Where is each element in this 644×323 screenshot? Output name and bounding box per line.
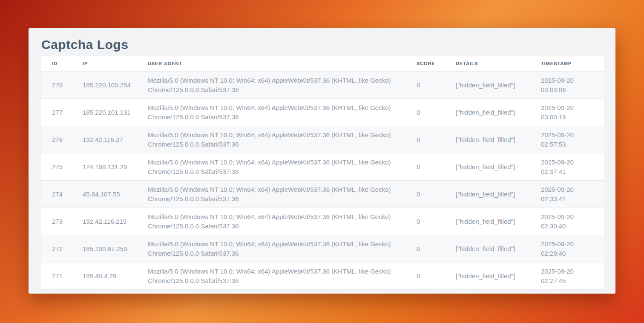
cell-score: 0 <box>406 235 445 262</box>
cell-user-agent: Mozilla/5.0 (Windows NT 10.0; Win64; x64… <box>137 235 406 262</box>
table-row: 274 45.84.107.55 Mozilla/5.0 (Windows NT… <box>41 181 604 208</box>
table-row: 277 185.220.101.131 Mozilla/5.0 (Windows… <box>41 99 604 126</box>
cell-score: 0 <box>406 181 445 208</box>
table-row: 272 185.100.87.250 Mozilla/5.0 (Windows … <box>41 235 604 262</box>
cell-details: ["hidden_field_filled"] <box>445 72 530 99</box>
cell-ip: 124.198.131.29 <box>72 153 137 181</box>
cell-id: 276 <box>41 126 72 153</box>
cell-ip: 192.42.116.27 <box>72 126 137 153</box>
cell-ip: 192.42.116.215 <box>72 208 137 235</box>
cell-timestamp: 2025-09-20 02:29:40 <box>530 235 604 262</box>
cell-ip: 185.40.4.29 <box>72 262 137 290</box>
cell-details: ["hidden_field_filled"] <box>445 126 530 153</box>
cell-id: 274 <box>41 181 72 208</box>
table-row: 276 192.42.116.27 Mozilla/5.0 (Windows N… <box>41 126 604 153</box>
cell-ip: 185.220.101.131 <box>72 99 137 126</box>
cell-timestamp: 2025-09-20 03:03:06 <box>530 72 604 99</box>
cell-score: 0 <box>406 208 445 235</box>
cell-details: ["hidden_field_filled"] <box>445 262 530 290</box>
cell-id: 277 <box>41 99 72 126</box>
cell-score: 0 <box>406 126 445 153</box>
cell-timestamp: 2025-09-20 02:33:41 <box>530 181 604 208</box>
column-header-details: DETAILS <box>445 56 530 72</box>
page-background: { "page": { "title": "Captcha Logs" }, "… <box>0 0 644 323</box>
captcha-logs-card: Captcha Logs ID IP USER AGENT SCORE DETA… <box>29 28 615 294</box>
cell-id: 278 <box>41 72 72 99</box>
cell-details: ["hidden_field_filled"] <box>445 208 530 235</box>
table-header-row: ID IP USER AGENT SCORE DETAILS TIMESTAMP <box>41 56 604 72</box>
cell-user-agent: Mozilla/5.0 (Windows NT 10.0; Win64; x64… <box>137 99 406 126</box>
table-row: 271 185.40.4.29 Mozilla/5.0 (Windows NT … <box>41 262 604 290</box>
table-row: 273 192.42.116.215 Mozilla/5.0 (Windows … <box>41 208 604 235</box>
cell-score: 0 <box>406 72 445 99</box>
cell-details: ["hidden_field_filled"] <box>445 235 530 262</box>
captcha-logs-table: ID IP USER AGENT SCORE DETAILS TIMESTAMP… <box>41 56 604 290</box>
cell-score: 0 <box>406 262 445 290</box>
column-header-ip: IP <box>72 56 137 72</box>
cell-user-agent: Mozilla/5.0 (Windows NT 10.0; Win64; x64… <box>137 181 406 208</box>
table-body: 278 185.220.100.254 Mozilla/5.0 (Windows… <box>41 72 604 290</box>
cell-timestamp: 2025-09-20 02:30:40 <box>530 208 604 235</box>
column-header-timestamp: TIMESTAMP <box>530 56 604 72</box>
cell-details: ["hidden_field_filled"] <box>445 99 530 126</box>
cell-ip: 185.220.100.254 <box>72 72 137 99</box>
cell-ip: 185.100.87.250 <box>72 235 137 262</box>
cell-details: ["hidden_field_filled"] <box>445 153 530 181</box>
cell-timestamp: 2025-09-20 03:00:19 <box>530 99 604 126</box>
column-header-score: SCORE <box>406 56 445 72</box>
page-title: Captcha Logs <box>41 35 604 54</box>
cell-timestamp: 2025-09-20 02:37:41 <box>530 153 604 181</box>
cell-details: ["hidden_field_filled"] <box>445 181 530 208</box>
table-row: 278 185.220.100.254 Mozilla/5.0 (Windows… <box>41 72 604 99</box>
cell-score: 0 <box>406 153 445 181</box>
column-header-user-agent: USER AGENT <box>137 56 406 72</box>
cell-id: 272 <box>41 235 72 262</box>
cell-id: 273 <box>41 208 72 235</box>
table-header: ID IP USER AGENT SCORE DETAILS TIMESTAMP <box>41 56 604 72</box>
cell-id: 275 <box>41 153 72 181</box>
cell-ip: 45.84.107.55 <box>72 181 137 208</box>
cell-timestamp: 2025-09-20 02:27:45 <box>530 262 604 290</box>
cell-id: 271 <box>41 262 72 290</box>
cell-user-agent: Mozilla/5.0 (Windows NT 10.0; Win64; x64… <box>137 262 406 290</box>
column-header-id: ID <box>41 56 72 72</box>
cell-user-agent: Mozilla/5.0 (Windows NT 10.0; Win64; x64… <box>137 72 406 99</box>
table-row: 275 124.198.131.29 Mozilla/5.0 (Windows … <box>41 153 604 181</box>
cell-user-agent: Mozilla/5.0 (Windows NT 10.0; Win64; x64… <box>137 126 406 153</box>
cell-user-agent: Mozilla/5.0 (Windows NT 10.0; Win64; x64… <box>137 153 406 181</box>
cell-user-agent: Mozilla/5.0 (Windows NT 10.0; Win64; x64… <box>137 208 406 235</box>
cell-score: 0 <box>406 99 445 126</box>
cell-timestamp: 2025-09-20 02:57:53 <box>530 126 604 153</box>
